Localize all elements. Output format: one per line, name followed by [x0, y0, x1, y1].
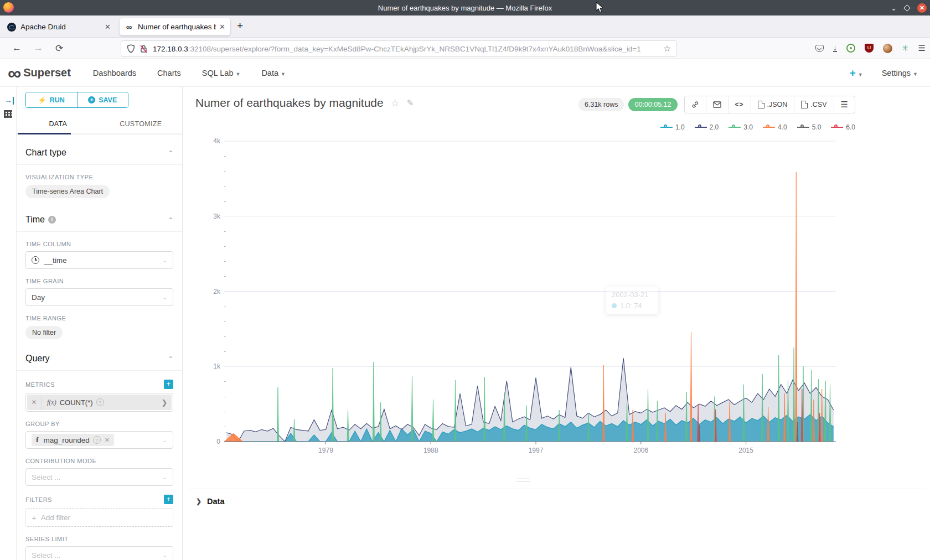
svg-text:-: - — [224, 227, 226, 234]
svg-text:1k: 1k — [213, 362, 221, 370]
legend-item-4.0[interactable]: 4.0 — [763, 123, 787, 131]
tab-label: Apache Druid — [20, 23, 101, 31]
file-icon — [758, 101, 764, 108]
contribution-mode-label: CONTRIBUTION MODE — [25, 458, 173, 464]
svg-text:2k: 2k — [213, 288, 221, 295]
window-title: Numer of earthquakes by magnitude — Mozi… — [0, 4, 930, 12]
group-by-label: GROUP BY — [25, 421, 173, 427]
data-panel-toggle[interactable]: ❯ Data — [188, 489, 924, 514]
help-icon[interactable]: ? — [96, 398, 104, 406]
metric-chip[interactable]: ✕ f(x) COUNT(*) ? ❯ — [27, 395, 172, 410]
chevron-down-icon: ▼ — [858, 72, 863, 77]
firefox-window: Numer of earthquakes by magnitude — Mozi… — [0, 0, 930, 560]
legend-symbol — [831, 125, 843, 129]
metric-field: ✕ f(x) COUNT(*) ? ❯ — [25, 393, 173, 412]
series-limit-select[interactable]: Select ... ⌄ — [25, 546, 173, 560]
embed-code-button[interactable]: <> — [728, 96, 751, 113]
add-filter-field[interactable]: + Add filter — [25, 508, 173, 527]
shield-icon[interactable] — [127, 44, 135, 53]
viz-type-pill[interactable]: Time-series Area Chart — [25, 185, 110, 198]
section-query[interactable]: Query ⌃ — [25, 354, 173, 364]
back-button[interactable]: ← — [12, 43, 22, 54]
reload-button[interactable]: ⟳ — [55, 43, 63, 54]
time-grain-select[interactable]: Day ⌄ — [25, 288, 173, 306]
help-icon[interactable]: ? — [93, 436, 101, 444]
legend-item-1.0[interactable]: 1.0 — [660, 123, 685, 131]
url-bar[interactable]: 172.18.0.3:32108/superset/explore/?form_… — [121, 40, 677, 57]
chart-area: Numer of earthquakes by magnitude ☆ ✎ 6.… — [183, 87, 930, 560]
expand-panel-icon[interactable]: →| — [4, 96, 14, 105]
tab-data[interactable]: DATA — [17, 116, 100, 133]
add-metric-button[interactable]: + — [164, 380, 173, 389]
code-icon: <> — [735, 101, 744, 108]
ublock-icon[interactable]: U — [865, 44, 874, 53]
tab-apache-druid[interactable]: Apache Druid ✕ — [2, 18, 116, 35]
timeseries-area-chart[interactable]: 01k2k3k4k----------------197919881997200… — [183, 131, 930, 474]
chevron-right-icon[interactable]: ❯ — [157, 398, 172, 407]
export-json-button[interactable]: .JSON — [751, 96, 795, 113]
legend-item-6.0[interactable]: 6.0 — [831, 123, 855, 131]
resize-handle[interactable] — [516, 479, 530, 483]
group-by-chip[interactable]: f mag_rounded ? ✕ — [32, 434, 114, 446]
chart-menu-button[interactable]: ☰ — [834, 96, 855, 113]
nav-item-dashboards[interactable]: Dashboards — [93, 69, 136, 77]
settings-menu[interactable]: Settings▼ — [882, 69, 918, 77]
svg-text:-: - — [224, 318, 226, 324]
svg-text:2006: 2006 — [633, 447, 648, 454]
legend-symbol — [660, 125, 673, 129]
legend-item-3.0[interactable]: 3.0 — [728, 123, 753, 131]
extension-cookie-icon[interactable] — [883, 44, 892, 53]
column-icon: f — [36, 435, 39, 444]
tab-customize[interactable]: CUSTOMIZE — [100, 116, 183, 133]
section-title: Query — [25, 354, 50, 364]
tab-earthquakes-chart[interactable]: ∞ Numer of earthquakes by m ✕ — [120, 18, 230, 35]
section-chart-type[interactable]: Chart type ⌃ — [25, 148, 173, 158]
time-range-pill[interactable]: No filter — [25, 326, 63, 339]
remove-column-icon[interactable]: ✕ — [105, 437, 110, 444]
metrics-label: METRICS — [25, 381, 55, 388]
data-panel-label: Data — [207, 497, 224, 506]
remove-metric-icon[interactable]: ✕ — [27, 395, 42, 410]
nav-item-sql-lab[interactable]: SQL Lab▼ — [202, 69, 241, 77]
contribution-mode-select[interactable]: Select ... ⌄ — [25, 468, 173, 486]
window-maximize-icon[interactable] — [903, 4, 911, 12]
new-tab-button[interactable]: + — [237, 20, 243, 32]
query-duration-badge: 00:00:05.12 — [628, 98, 677, 111]
run-button[interactable]: ⚡RUN — [26, 92, 77, 107]
copy-link-button[interactable] — [685, 96, 706, 113]
menu-icon: ☰ — [841, 100, 848, 110]
chevron-down-icon: ⌄ — [163, 552, 167, 558]
bookmark-star-icon[interactable]: ☆ — [664, 44, 671, 54]
lock-insecure-icon[interactable] — [140, 44, 148, 53]
favorite-star-icon[interactable]: ☆ — [391, 97, 400, 109]
edit-title-icon[interactable]: ✎ — [407, 98, 414, 108]
chevron-down-icon: ⌄ — [163, 437, 167, 443]
new-chart-button[interactable]: +▼ — [850, 67, 863, 79]
browser-menu-icon[interactable]: ☰ — [918, 43, 926, 53]
legend-item-5.0[interactable]: 5.0 — [797, 123, 822, 131]
legend-item-2.0[interactable]: 2.0 — [695, 123, 719, 131]
forward-button[interactable]: → — [34, 43, 43, 54]
pocket-icon[interactable] — [815, 45, 824, 52]
email-button[interactable] — [706, 96, 728, 113]
group-by-select[interactable]: f mag_rounded ? ✕ ⌄ — [25, 431, 173, 449]
superset-brand-name: Superset — [23, 66, 71, 79]
window-close-icon[interactable]: ✕ — [917, 3, 927, 13]
privacy-badger-icon[interactable] — [846, 44, 855, 53]
add-filter-button[interactable]: + — [164, 495, 173, 504]
window-minimize-icon[interactable]: ⌄ — [891, 4, 897, 12]
tab-close-icon[interactable]: ✕ — [105, 23, 111, 31]
time-column-select[interactable]: __time ⌄ — [25, 251, 173, 269]
section-time[interactable]: Time i ⌃ — [25, 215, 173, 225]
save-button[interactable]: +SAVE — [77, 92, 128, 107]
tab-close-icon[interactable]: ✕ — [219, 23, 225, 31]
svg-text:-: - — [224, 182, 226, 189]
export-csv-button[interactable]: .CSV — [794, 96, 834, 113]
dataset-grid-icon[interactable] — [4, 110, 12, 118]
nav-item-charts[interactable]: Charts — [157, 69, 181, 77]
svg-text:-: - — [224, 408, 226, 414]
superset-logo[interactable]: ∞ Superset — [8, 65, 71, 81]
nav-item-data[interactable]: Data▼ — [261, 69, 286, 77]
extension-asterisk-icon[interactable]: ✳ — [902, 43, 909, 53]
downloads-icon[interactable]: ↓ — [833, 44, 837, 52]
